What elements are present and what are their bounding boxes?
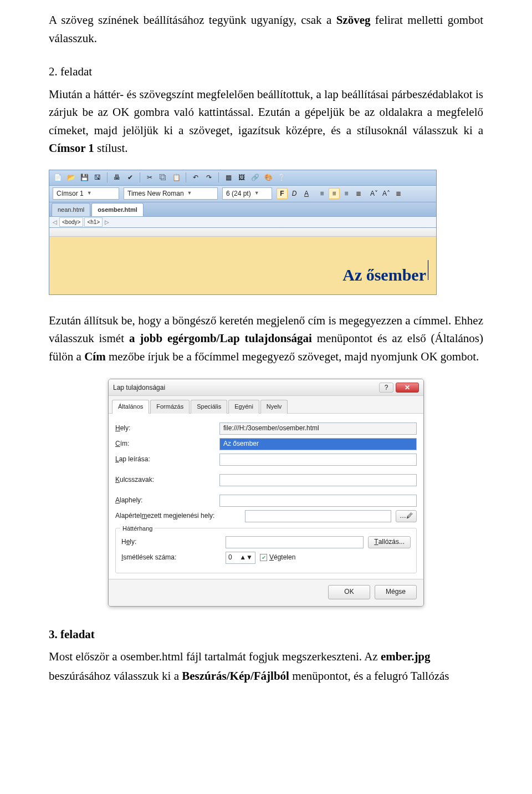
dialog-body: Hely: file:///H:/3osember/osember.html C…	[109, 414, 423, 579]
breadcrumb: ◁ <body> <h1> ▷	[49, 217, 436, 228]
save-as-icon[interactable]: 🖫	[93, 172, 103, 182]
tab-formazas[interactable]: Formázás	[150, 400, 190, 413]
format-button-group: F D A	[277, 188, 312, 199]
browse-field-button[interactable]: …🖉	[396, 510, 417, 522]
group-hatterhang: Háttérhang Hely: Tallózás... Ismétlések …	[115, 528, 417, 573]
label-hely2: Hely:	[121, 537, 221, 547]
underline-button[interactable]: A	[301, 188, 312, 199]
style-value: Címsor 1	[57, 189, 84, 199]
dialog-tabs: Általános Formázás Speciális Egyéni Nyel…	[109, 396, 423, 413]
heading-task-2: 2. feladat	[49, 63, 483, 81]
label-ismetlesek: Ismétlések száma:	[121, 552, 221, 563]
tab-nean[interactable]: nean.html	[52, 203, 90, 216]
browse-button[interactable]: Tallózás...	[368, 536, 411, 548]
paragraph-5: beszúrásához válasszuk ki a Beszúrás/Kép…	[49, 667, 483, 685]
ok-button[interactable]: OK	[328, 585, 370, 599]
font-value: Times New Roman	[127, 189, 184, 199]
tab-nyelv[interactable]: Nyelv	[260, 400, 288, 413]
text-caret	[428, 260, 428, 280]
field-lapleirasa[interactable]	[219, 454, 417, 466]
align-justify-button[interactable]: ≣	[353, 188, 364, 199]
chevron-down-icon: ▼	[187, 190, 192, 197]
field-cim[interactable]: Az ősember	[219, 438, 417, 450]
tab-altalanos[interactable]: Általános	[112, 400, 149, 413]
list-button[interactable]: ≣	[393, 188, 404, 199]
label-cim: Cím:	[115, 439, 215, 449]
p3-bold2: Cím	[84, 350, 106, 363]
redo-icon[interactable]: ↷	[204, 172, 214, 182]
save-icon[interactable]: 💾	[79, 172, 89, 182]
italic-button[interactable]: D	[289, 188, 300, 199]
p2-bold: Címsor 1	[49, 141, 94, 155]
color-icon[interactable]: 🎨	[263, 172, 273, 182]
misc-button-group: A˅ A˄ ≣	[369, 188, 404, 199]
editor-canvas[interactable]: Az ősember	[49, 228, 436, 294]
spinner-value: 0	[228, 552, 232, 563]
new-doc-icon[interactable]: 📄	[53, 172, 63, 182]
field-alapmegjelenesi[interactable]	[245, 510, 391, 522]
field-alaphely[interactable]	[219, 495, 417, 507]
crumb-right-arrow-icon[interactable]: ▷	[104, 218, 110, 227]
undo-icon[interactable]: ↶	[191, 172, 201, 182]
toolbar-separator	[107, 172, 108, 182]
fontsize-dropdown[interactable]: 6 (24 pt)▼	[222, 187, 272, 200]
help-sysbutton[interactable]: ?	[379, 383, 393, 393]
field-hely: file:///H:/3osember/osember.html	[219, 423, 417, 435]
label-alaphely: Alaphely:	[115, 495, 215, 506]
tab-egyeni[interactable]: Egyéni	[228, 400, 259, 413]
crumb-h1[interactable]: <h1>	[84, 217, 103, 227]
paragraph-3: Ezután állítsuk be, hogy a böngésző kere…	[49, 312, 483, 366]
document-heading: Az ősember	[342, 262, 426, 288]
label-kulcsszavak: Kulcsszavak:	[115, 475, 215, 485]
spinner-arrows-icon[interactable]: ▲▼	[239, 552, 253, 563]
open-icon[interactable]: 📂	[66, 172, 76, 182]
cancel-button[interactable]: Mégse	[375, 585, 417, 599]
toolbar-separator	[186, 172, 186, 182]
ruler	[49, 228, 436, 237]
crumb-body[interactable]: <body>	[59, 217, 83, 227]
tab-specialis[interactable]: Speciális	[191, 400, 227, 413]
label-hely: Hely:	[115, 423, 215, 434]
table-icon[interactable]: ▦	[223, 172, 233, 182]
cut-icon[interactable]: ✂	[145, 172, 155, 182]
image-icon[interactable]: 🖼	[237, 172, 247, 182]
document-tabs: nean.html osember.html	[49, 202, 436, 217]
p2-end: stílust.	[94, 141, 128, 155]
paragraph-4: Most először a osember.html fájl tartalm…	[49, 648, 483, 666]
p4-text-a: Most először a osember.html fájl tartalm…	[49, 650, 381, 663]
crumb-left-arrow-icon[interactable]: ◁	[52, 218, 58, 227]
link-icon[interactable]: 🔗	[250, 172, 260, 182]
align-center-button[interactable]: ≡	[329, 188, 340, 199]
spinner-ismetlesek[interactable]: 0 ▲▼	[226, 552, 255, 564]
font-grow-button[interactable]: A˄	[381, 188, 392, 199]
fontsize-value: 6 (24 pt)	[226, 189, 251, 199]
copy-icon[interactable]: ⿻	[158, 172, 168, 182]
close-sysbutton[interactable]: ✕	[396, 383, 419, 393]
field-kulcsszavak[interactable]	[219, 474, 417, 486]
toolbar-row-2: Címsor 1▼ Times New Roman▼ 6 (24 pt)▼ F …	[49, 186, 436, 202]
dialog-window: Lap tulajdonságai ? ✕ Általános Formázás…	[108, 379, 424, 606]
print-icon[interactable]: 🖶	[112, 172, 122, 182]
align-left-button[interactable]: ≡	[316, 188, 328, 199]
heading-task-3: 3. feladat	[49, 625, 483, 644]
font-dropdown[interactable]: Times New Roman▼	[124, 187, 218, 200]
paragraph-1: A szöveg színének beállításához tegyünk …	[49, 11, 483, 47]
label-alapmegjelenesi: Alapértelmezett megjelenési hely:	[115, 511, 241, 521]
p1-bold: Szöveg	[336, 13, 371, 27]
checkbox-vegtelen[interactable]: ✔ Végtelen	[260, 552, 295, 563]
paste-icon[interactable]: 📋	[171, 172, 181, 182]
bold-button[interactable]: F	[277, 188, 288, 199]
spellcheck-icon[interactable]: ✔	[125, 172, 135, 182]
font-shrink-button[interactable]: A˅	[369, 188, 380, 199]
chevron-down-icon: ▼	[87, 190, 92, 197]
p1-text-a: A szöveg színének beállításához tegyünk …	[49, 13, 336, 27]
paragraph-2: Miután a háttér- és szövegszínt megfelel…	[49, 85, 483, 157]
help-icon[interactable]: ❔	[277, 172, 287, 182]
checkbox-label: Végtelen	[269, 552, 295, 563]
field-hely2[interactable]	[226, 536, 364, 548]
tab-osember[interactable]: osember.html	[91, 203, 144, 216]
style-dropdown[interactable]: Címsor 1▼	[53, 187, 119, 200]
align-right-button[interactable]: ≡	[341, 188, 352, 199]
check-icon: ✔	[260, 554, 267, 561]
dialog-button-bar: OK Mégse	[109, 579, 423, 606]
